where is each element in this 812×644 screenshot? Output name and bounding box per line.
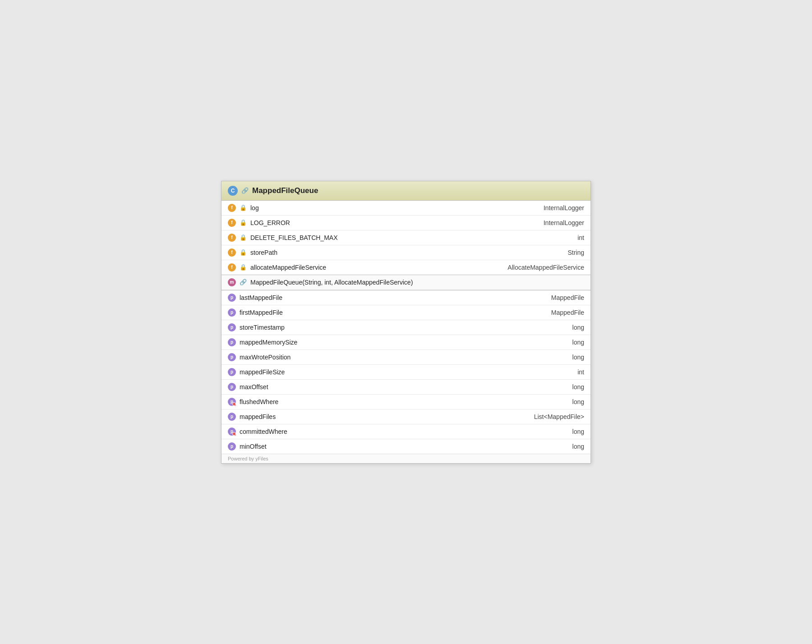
prop-badge-mms: p bbox=[228, 338, 236, 346]
field-type-sp: String bbox=[503, 249, 584, 256]
prop-name-st: storeTimestamp bbox=[240, 324, 499, 331]
prop-badge-fw: p bbox=[228, 398, 236, 406]
prop-name-mwp: maxWrotePosition bbox=[240, 354, 499, 361]
field-name-log: log bbox=[250, 204, 499, 212]
prop-name-cw: committedWhere bbox=[240, 428, 499, 435]
constructor-row: m 🔗 MappedFileQueue(String, int, Allocat… bbox=[221, 275, 591, 290]
field-delete-files-batch-max: f 🔒 DELETE_FILES_BATCH_MAX int bbox=[221, 230, 591, 245]
prop-type-mwp: long bbox=[503, 354, 584, 361]
field-name-sp: storePath bbox=[250, 249, 499, 256]
prop-name-fmf: firstMappedFile bbox=[240, 309, 499, 316]
lock-icon-log: 🔒 bbox=[240, 204, 247, 211]
prop-name-fw: flushedWhere bbox=[240, 398, 499, 405]
prop-mapped-file-size: p mappedFileSize int bbox=[221, 365, 591, 380]
prop-badge-st: p bbox=[228, 323, 236, 331]
fields-section: f 🔒 log InternalLogger f 🔒 LOG_ERROR Int… bbox=[221, 201, 591, 275]
prop-max-wrote-position: p maxWrotePosition long bbox=[221, 350, 591, 365]
prop-type-mf: List<MappedFile> bbox=[503, 413, 584, 420]
prop-min-offset: p minOffset long bbox=[221, 439, 591, 454]
prop-type-mfs: int bbox=[503, 368, 584, 376]
class-name: MappedFileQueue bbox=[252, 186, 318, 195]
prop-store-timestamp: p storeTimestamp long bbox=[221, 320, 591, 335]
prop-committed-where: p committedWhere long bbox=[221, 424, 591, 439]
lock-icon-log-error: 🔒 bbox=[240, 219, 247, 226]
prop-first-mapped-file: p firstMappedFile MappedFile bbox=[221, 305, 591, 320]
constructor-badge: m bbox=[228, 278, 236, 286]
field-log: f 🔒 log InternalLogger bbox=[221, 201, 591, 216]
field-log-error: f 🔒 LOG_ERROR InternalLogger bbox=[221, 216, 591, 230]
field-badge-sp: f bbox=[228, 248, 236, 257]
prop-name-mf: mappedFiles bbox=[240, 413, 499, 420]
prop-mapped-files: p mappedFiles List<MappedFile> bbox=[221, 409, 591, 424]
prop-name-mms: mappedMemorySize bbox=[240, 339, 499, 346]
field-name-log-error: LOG_ERROR bbox=[250, 219, 499, 226]
prop-badge-minoff: p bbox=[228, 442, 236, 451]
watermark-text: Powered by yFiles bbox=[228, 456, 268, 461]
prop-type-cw: long bbox=[503, 428, 584, 435]
prop-type-mms: long bbox=[503, 339, 584, 346]
field-badge-log-error: f bbox=[228, 219, 236, 227]
prop-badge-mf: p bbox=[228, 413, 236, 421]
field-type-amfs: AllocateMappedFileService bbox=[503, 264, 584, 271]
prop-type-fw: long bbox=[503, 398, 584, 405]
field-type-dfbm: int bbox=[503, 234, 584, 241]
field-name-amfs: allocateMappedFileService bbox=[250, 264, 499, 271]
field-store-path: f 🔒 storePath String bbox=[221, 245, 591, 260]
prop-name-lmf: lastMappedFile bbox=[240, 294, 499, 301]
prop-badge-fmf: p bbox=[228, 308, 236, 317]
prop-badge-cw: p bbox=[228, 428, 236, 436]
lock-icon-sp: 🔒 bbox=[240, 249, 247, 256]
class-diagram: C 🔗 MappedFileQueue f 🔒 log InternalLogg… bbox=[221, 181, 591, 464]
prop-last-mapped-file: p lastMappedFile MappedFile bbox=[221, 290, 591, 305]
constructor-chain-icon: 🔗 bbox=[240, 279, 247, 285]
class-badge: C bbox=[228, 186, 238, 196]
prop-name-mo: maxOffset bbox=[240, 383, 499, 391]
class-header: C 🔗 MappedFileQueue bbox=[221, 181, 591, 201]
prop-type-fmf: MappedFile bbox=[503, 309, 584, 316]
prop-type-mo: long bbox=[503, 383, 584, 391]
chain-icon: 🔗 bbox=[241, 187, 249, 194]
prop-type-lmf: MappedFile bbox=[503, 294, 584, 301]
lock-icon-amfs: 🔒 bbox=[240, 264, 247, 271]
prop-badge-lmf: p bbox=[228, 294, 236, 302]
field-type-log: InternalLogger bbox=[503, 204, 584, 212]
prop-badge-mfs: p bbox=[228, 368, 236, 376]
field-badge-dfbm: f bbox=[228, 234, 236, 242]
field-badge-log: f bbox=[228, 204, 236, 212]
prop-badge-mwp: p bbox=[228, 353, 236, 361]
prop-badge-mo: p bbox=[228, 383, 236, 391]
constructor-name: MappedFileQueue(String, int, AllocateMap… bbox=[250, 279, 584, 286]
prop-mapped-memory-size: p mappedMemorySize long bbox=[221, 335, 591, 350]
prop-flushed-where: p flushedWhere long bbox=[221, 395, 591, 409]
field-allocate-mfs: f 🔒 allocateMappedFileService AllocateMa… bbox=[221, 260, 591, 275]
prop-name-minoff: minOffset bbox=[240, 443, 499, 450]
prop-type-minoff: long bbox=[503, 443, 584, 450]
field-type-log-error: InternalLogger bbox=[503, 219, 584, 226]
field-badge-amfs: f bbox=[228, 263, 236, 271]
prop-type-st: long bbox=[503, 324, 584, 331]
watermark-bar: Powered by yFiles bbox=[221, 454, 591, 463]
properties-section: p lastMappedFile MappedFile p firstMappe… bbox=[221, 290, 591, 454]
prop-name-mfs: mappedFileSize bbox=[240, 368, 499, 376]
prop-max-offset: p maxOffset long bbox=[221, 380, 591, 395]
lock-icon-dfbm: 🔒 bbox=[240, 234, 247, 241]
field-name-dfbm: DELETE_FILES_BATCH_MAX bbox=[250, 234, 499, 241]
